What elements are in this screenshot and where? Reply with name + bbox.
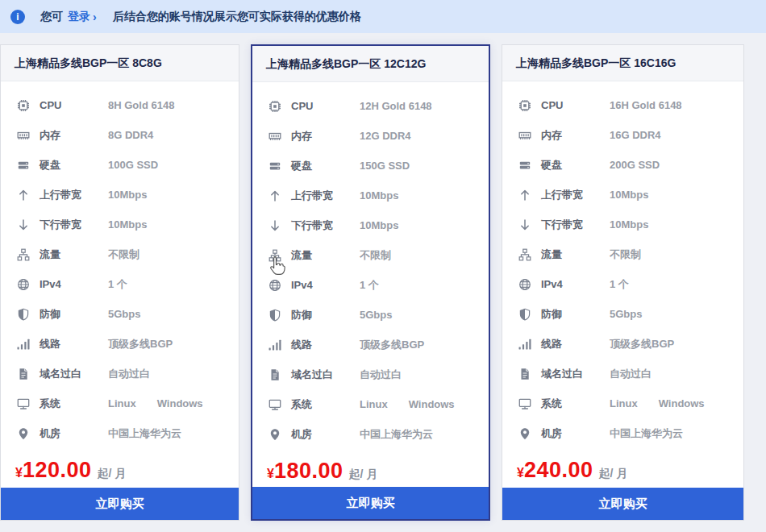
spec-value: 中国上海华为云	[360, 427, 433, 442]
currency-symbol: ¥	[15, 466, 23, 480]
spec-label: 内存	[541, 128, 610, 143]
spec-label: 系统	[541, 397, 610, 411]
spec-row-cpu: CPU16H Gold 6148	[518, 90, 743, 120]
datacenter-pin-icon	[269, 428, 281, 441]
traffic-icon	[269, 249, 281, 262]
spec-row-traffic: 流量不限制	[269, 240, 489, 270]
plan-card-12c12g[interactable]: 上海精品多线BGP一区 12C12G CPU12H Gold 6148 内存12…	[251, 44, 490, 521]
spec-value: 1 个	[108, 277, 127, 292]
spec-value: 顶级多线BGP	[610, 337, 674, 351]
spec-label: 流量	[541, 247, 610, 262]
spec-label: 系统	[291, 397, 360, 412]
spec-row-upload: 上行带宽10Mbps	[17, 180, 239, 210]
spec-value: 150G SSD	[360, 160, 410, 172]
spec-value: 不限制	[610, 247, 641, 262]
spec-label: IPv4	[541, 278, 610, 290]
os-monitor-icon	[269, 398, 281, 411]
spec-value: 不限制	[108, 247, 139, 262]
spec-row-line: 线路顶级多线BGP	[17, 329, 239, 359]
spec-value: 中国上海华为云	[108, 426, 181, 441]
spec-value: 不限制	[360, 248, 391, 263]
spec-list: CPU12H Gold 6148 内存12G DDR4 硬盘150G SSD 上…	[252, 82, 489, 449]
spec-value: 自动过白	[610, 367, 652, 381]
spec-label: 上行带宽	[40, 188, 108, 202]
spec-value: 12G DDR4	[360, 130, 411, 142]
spec-row-ipv4: IPv41 个	[17, 269, 239, 299]
spec-value: 5Gbps	[360, 309, 392, 321]
spec-value: 16G DDR4	[610, 129, 661, 141]
spec-value: 100G SSD	[108, 159, 158, 171]
spec-row-upload: 上行带宽10Mbps	[518, 180, 743, 210]
os-option-linux: Linux	[360, 398, 388, 410]
banner-prefix-text: 您可	[40, 10, 63, 24]
spec-value: 5Gbps	[108, 308, 140, 320]
domain-doc-icon	[17, 368, 30, 380]
domain-doc-icon	[518, 368, 531, 380]
spec-value: 10Mbps	[360, 189, 398, 202]
spec-label: 域名过白	[40, 367, 108, 381]
os-option-linux: Linux	[610, 397, 638, 409]
buy-now-button[interactable]: 立即购买	[252, 487, 489, 519]
download-bandwidth-icon	[269, 219, 281, 232]
spec-value: 10Mbps	[360, 219, 398, 231]
shield-icon	[518, 308, 531, 321]
spec-row-os: 系统LinuxWindows	[269, 389, 489, 419]
spec-label: 上行带宽	[291, 189, 360, 203]
os-monitor-icon	[17, 397, 30, 410]
banner-message: 后结合您的账号情况展示您可实际获得的优惠价格	[113, 10, 361, 24]
spec-label: 流量	[40, 247, 108, 262]
plan-title: 上海精品多线BGP一区 16C16G	[502, 45, 743, 81]
login-link[interactable]: 登录	[68, 10, 90, 24]
spec-label: 下行带宽	[291, 218, 360, 233]
spec-label: 线路	[541, 337, 610, 351]
os-option-windows: Windows	[659, 397, 705, 409]
spec-row-os: 系统LinuxWindows	[518, 389, 743, 418]
line-signal-icon	[518, 338, 531, 351]
spec-label: 上行带宽	[541, 188, 610, 202]
price-block: ¥120.00起/ 月	[1, 448, 239, 483]
spec-label: 线路	[40, 337, 108, 351]
price-block: ¥180.00起/ 月	[252, 449, 489, 484]
spec-row-disk: 硬盘100G SSD	[17, 150, 239, 180]
spec-label: 机房	[291, 427, 360, 442]
spec-row-line: 线路顶级多线BGP	[518, 329, 743, 359]
spec-label: 防御	[40, 307, 108, 322]
spec-value: 10Mbps	[610, 189, 648, 201]
buy-now-button[interactable]: 立即购买	[502, 488, 743, 520]
spec-row-download: 下行带宽10Mbps	[269, 210, 489, 240]
spec-value: 自动过白	[108, 367, 150, 381]
ipv4-globe-icon	[518, 278, 531, 291]
spec-value: 10Mbps	[610, 218, 648, 231]
datacenter-pin-icon	[17, 427, 30, 440]
domain-doc-icon	[269, 368, 281, 381]
plan-card-16c16g[interactable]: 上海精品多线BGP一区 16C16G CPU16H Gold 6148 内存16…	[502, 44, 744, 521]
currency-symbol: ¥	[267, 467, 274, 481]
price-unit: 起/ 月	[349, 468, 378, 482]
spec-row-datacenter: 机房中国上海华为云	[518, 418, 743, 448]
spec-value: 5Gbps	[610, 308, 642, 320]
login-notice-banner: i 您可 登录 › 后结合您的账号情况展示您可实际获得的优惠价格	[0, 0, 766, 33]
spec-value: 8H Gold 6148	[108, 99, 174, 111]
spec-value: 16H Gold 6148	[610, 99, 682, 111]
spec-row-defense: 防御5Gbps	[269, 300, 489, 330]
datacenter-pin-icon	[518, 427, 531, 440]
spec-row-download: 下行带宽10Mbps	[17, 210, 239, 239]
ipv4-globe-icon	[269, 279, 281, 292]
line-signal-icon	[269, 339, 281, 351]
spec-row-defense: 防御5Gbps	[17, 299, 239, 329]
cpu-icon	[17, 99, 30, 112]
spec-value: 中国上海华为云	[610, 426, 683, 441]
spec-label: CPU	[40, 99, 108, 111]
spec-row-memory: 内存16G DDR4	[518, 120, 743, 150]
upload-bandwidth-icon	[269, 189, 281, 202]
traffic-icon	[17, 248, 30, 261]
spec-row-disk: 硬盘200G SSD	[518, 150, 743, 180]
spec-row-domain: 域名过白自动过白	[17, 359, 239, 389]
spec-label: CPU	[291, 100, 360, 112]
os-option-windows: Windows	[157, 397, 203, 409]
spec-value: 自动过白	[360, 368, 402, 382]
traffic-icon	[518, 248, 531, 261]
memory-icon	[518, 129, 531, 142]
buy-now-button[interactable]: 立即购买	[1, 488, 239, 520]
plan-card-8c8g[interactable]: 上海精品多线BGP一区 8C8G CPU8H Gold 6148 内存8G DD…	[0, 44, 239, 521]
